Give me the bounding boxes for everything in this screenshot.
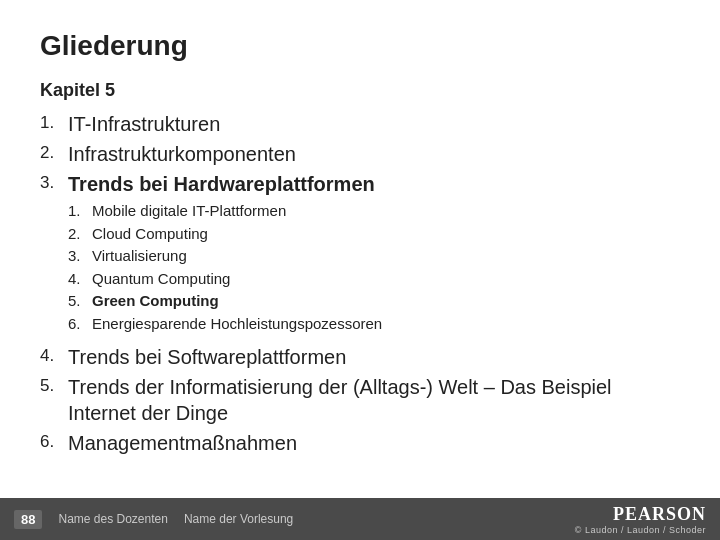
sub-text: Green Computing <box>92 291 219 311</box>
list-text: Trends bei Softwareplattformen <box>68 344 346 370</box>
list-item: 2. Infrastrukturkomponenten <box>40 141 680 167</box>
list-item: 2. Cloud Computing <box>68 224 382 244</box>
chapter-label: Kapitel 5 <box>40 80 680 101</box>
footer-left: 88 Name des Dozenten Name der Vorlesung <box>14 510 293 529</box>
sub-num: 5. <box>68 291 92 309</box>
sub-num: 6. <box>68 314 92 332</box>
sub-num: 3. <box>68 246 92 264</box>
sub-list: 1. Mobile digitale IT-Plattformen 2. Clo… <box>68 201 382 333</box>
page-number: 88 <box>14 510 42 529</box>
sub-text: Energiesparende Hochleistungspozessoren <box>92 314 382 334</box>
brand-sub: © Laudon / Laudon / Schoder <box>575 525 706 535</box>
footer: 88 Name des Dozenten Name der Vorlesung … <box>0 498 720 540</box>
list-item: 4. Trends bei Softwareplattformen <box>40 344 680 370</box>
list-item: 3. Virtualisierung <box>68 246 382 266</box>
list-item: 1. IT-Infrastrukturen <box>40 111 680 137</box>
page-title: Gliederung <box>40 30 680 62</box>
sub-list-container: 1. Mobile digitale IT-Plattformen 2. Clo… <box>68 201 382 336</box>
list-num: 2. <box>40 141 68 163</box>
vorlesung-label: Name der Vorlesung <box>184 512 293 526</box>
sub-num: 4. <box>68 269 92 287</box>
list-item: 6. Energiesparende Hochleistungspozessor… <box>68 314 382 334</box>
footer-logo: PEARSON © Laudon / Laudon / Schoder <box>575 504 706 535</box>
list-text: IT-Infrastrukturen <box>68 111 220 137</box>
list-text: Infrastrukturkomponenten <box>68 141 296 167</box>
list-num: 5. <box>40 374 68 396</box>
sub-text: Virtualisierung <box>92 246 187 266</box>
list-item: 1. Mobile digitale IT-Plattformen <box>68 201 382 221</box>
list-num: 6. <box>40 430 68 452</box>
dozent-label: Name des Dozenten <box>58 512 167 526</box>
list-text: Trends bei Hardwareplattformen <box>68 171 375 197</box>
list-item: 3. Trends bei Hardwareplattformen 1. Mob… <box>40 171 680 340</box>
main-content: Gliederung Kapitel 5 1. IT-Infrastruktur… <box>0 0 720 520</box>
list-num: 1. <box>40 111 68 133</box>
list-item: 6. Managementmaßnahmen <box>40 430 680 456</box>
top-list: 1. IT-Infrastrukturen 2. Infrastrukturko… <box>40 111 680 456</box>
sub-text: Mobile digitale IT-Plattformen <box>92 201 286 221</box>
list-num: 4. <box>40 344 68 366</box>
sub-num: 1. <box>68 201 92 219</box>
list-item: 4. Quantum Computing <box>68 269 382 289</box>
sub-text: Quantum Computing <box>92 269 230 289</box>
sub-text: Cloud Computing <box>92 224 208 244</box>
list-text: Trends der Informatisierung der (Alltags… <box>68 374 680 426</box>
list-num: 3. <box>40 171 68 193</box>
brand-name: PEARSON <box>613 504 706 525</box>
list-item: 5. Green Computing <box>68 291 382 311</box>
sub-num: 2. <box>68 224 92 242</box>
list-item: 5. Trends der Informatisierung der (Allt… <box>40 374 680 426</box>
list-text: Managementmaßnahmen <box>68 430 297 456</box>
